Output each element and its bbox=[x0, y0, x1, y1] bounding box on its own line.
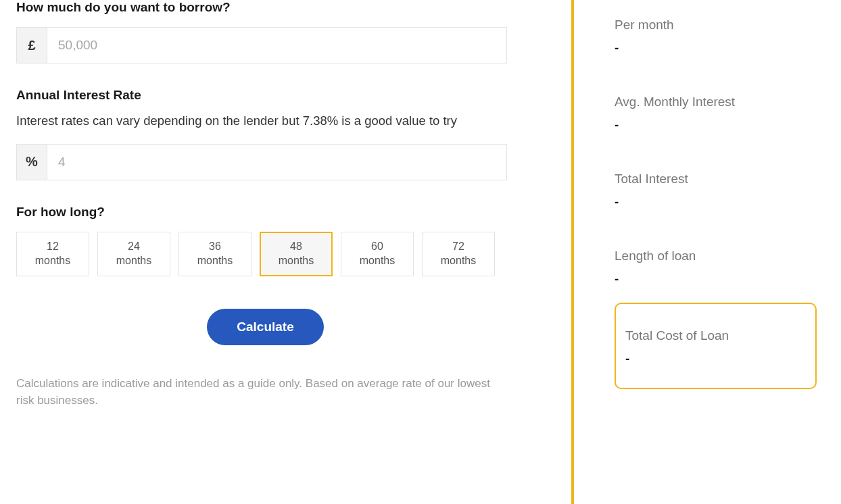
duration-option-72[interactable]: 72months bbox=[422, 232, 495, 276]
currency-prefix: £ bbox=[16, 27, 47, 64]
form-panel: How much do you want to borrow? £ Annual… bbox=[0, 0, 571, 504]
total-cost-label: Total Cost of Loan bbox=[625, 328, 806, 343]
result-avg-monthly-interest: Avg. Monthly Interest - bbox=[615, 95, 817, 132]
result-length-of-loan: Length of loan - bbox=[615, 249, 817, 286]
rate-label: Annual Interest Rate bbox=[16, 88, 555, 103]
duration-option-number: 12 bbox=[47, 240, 59, 254]
disclaimer-text: Calculations are indicative and intended… bbox=[16, 375, 503, 409]
duration-option-48[interactable]: 48months bbox=[260, 232, 333, 276]
result-total-cost-box: Total Cost of Loan - bbox=[615, 303, 817, 389]
duration-option-24[interactable]: 24months bbox=[97, 232, 170, 276]
duration-option-unit: months bbox=[279, 254, 314, 268]
borrow-label: How much do you want to borrow? bbox=[16, 0, 555, 15]
duration-option-number: 36 bbox=[209, 240, 221, 254]
duration-option-unit: months bbox=[360, 254, 395, 268]
total-interest-value: - bbox=[615, 195, 817, 209]
result-per-month: Per month - bbox=[615, 18, 817, 55]
avg-monthly-interest-label: Avg. Monthly Interest bbox=[615, 95, 817, 109]
duration-option-12[interactable]: 12months bbox=[16, 232, 89, 276]
duration-option-number: 48 bbox=[290, 240, 302, 254]
duration-option-unit: months bbox=[197, 254, 233, 268]
duration-label: For how long? bbox=[16, 205, 555, 220]
total-interest-label: Total Interest bbox=[615, 172, 817, 186]
results-panel: Per month - Avg. Monthly Interest - Tota… bbox=[574, 0, 841, 504]
duration-option-unit: months bbox=[116, 254, 151, 268]
percent-prefix: % bbox=[16, 144, 47, 180]
duration-option-unit: months bbox=[35, 254, 70, 268]
duration-option-number: 24 bbox=[128, 240, 140, 254]
interest-rate-input[interactable] bbox=[47, 144, 507, 180]
avg-monthly-interest-value: - bbox=[615, 118, 817, 132]
borrow-amount-input[interactable] bbox=[47, 27, 507, 64]
length-of-loan-value: - bbox=[615, 272, 817, 286]
duration-option-number: 60 bbox=[371, 240, 383, 254]
per-month-value: - bbox=[615, 41, 817, 55]
duration-option-36[interactable]: 36months bbox=[178, 232, 251, 276]
duration-option-unit: months bbox=[441, 254, 476, 268]
per-month-label: Per month bbox=[615, 18, 817, 32]
total-cost-value: - bbox=[625, 351, 806, 366]
duration-option-60[interactable]: 60months bbox=[341, 232, 414, 276]
duration-option-number: 72 bbox=[452, 240, 464, 254]
borrow-input-group: £ bbox=[16, 27, 555, 64]
calculate-button[interactable]: Calculate bbox=[207, 309, 323, 345]
duration-options: 12months24months36months48months60months… bbox=[16, 232, 555, 276]
rate-description: Interest rates can vary depending on the… bbox=[16, 112, 503, 130]
length-of-loan-label: Length of loan bbox=[615, 249, 817, 263]
result-total-interest: Total Interest - bbox=[615, 172, 817, 209]
rate-input-group: % bbox=[16, 144, 555, 180]
